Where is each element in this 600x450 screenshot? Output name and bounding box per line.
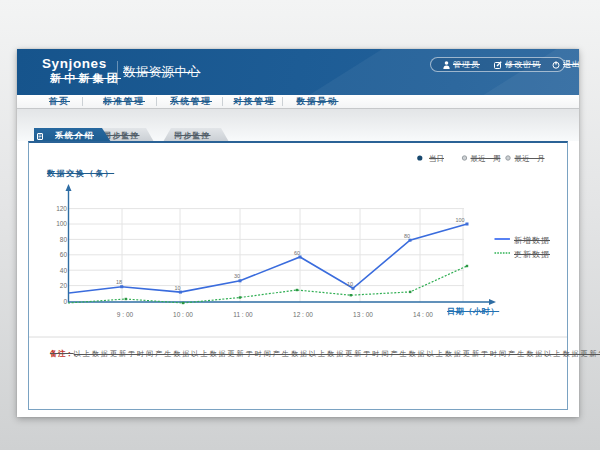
svg-text:100: 100 — [456, 217, 465, 223]
svg-text:9 : 00: 9 : 00 — [117, 311, 134, 318]
svg-text:40: 40 — [60, 267, 68, 274]
svg-text:60: 60 — [60, 251, 68, 258]
svg-text:10: 10 — [347, 281, 353, 287]
svg-text:10 : 00: 10 : 00 — [173, 311, 193, 318]
svg-text:13 : 00: 13 : 00 — [353, 311, 373, 318]
svg-text:10: 10 — [174, 285, 180, 291]
svg-text:100: 100 — [56, 220, 67, 227]
svg-text:30: 30 — [234, 273, 240, 279]
svg-text:0: 0 — [63, 298, 67, 305]
svg-text:11 : 00: 11 : 00 — [233, 311, 253, 318]
svg-text:80: 80 — [60, 236, 68, 243]
svg-text:18: 18 — [116, 279, 122, 285]
svg-text:60: 60 — [294, 250, 300, 256]
svg-text:20: 20 — [60, 282, 68, 289]
svg-text:120: 120 — [56, 205, 67, 212]
svg-text:80: 80 — [404, 233, 410, 239]
svg-text:14 : 00: 14 : 00 — [413, 311, 433, 318]
svg-text:12 : 00: 12 : 00 — [293, 311, 313, 318]
